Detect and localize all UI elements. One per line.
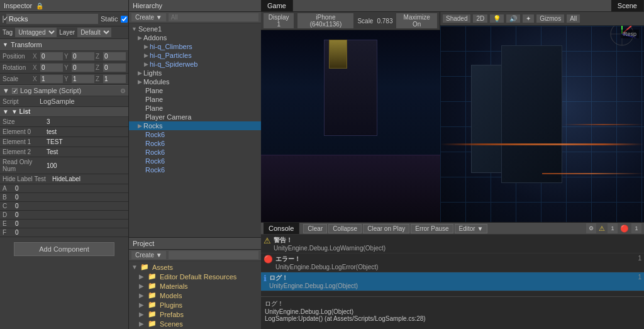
hierarchy-item[interactable]: Plane (129, 95, 261, 104)
scene-gizmos-button[interactable]: Gizmos (536, 14, 564, 23)
scene-effects-button[interactable]: ✦ (523, 14, 534, 23)
project-item[interactable]: ▶ 📁 Editor Default Resources (129, 272, 261, 281)
project-item[interactable]: ▶ 📁 Prefabs (129, 309, 261, 319)
hierarchy-item[interactable]: Plane (129, 104, 261, 113)
hierarchy-item[interactable]: Plane (129, 86, 261, 95)
hierarchy-item-label: Rocks (143, 122, 163, 130)
project-item-label: Assets (152, 264, 173, 271)
rot-z-label: Z (96, 64, 102, 71)
scale-x-input[interactable] (40, 75, 63, 83)
hierarchy-item[interactable]: ▶ Modules (129, 77, 261, 86)
script-gear-icon[interactable]: ⚙ (120, 87, 126, 94)
console-collapse-btn[interactable]: Collapse (328, 224, 362, 233)
hierarchy-item[interactable]: Player Camera (129, 113, 261, 121)
scale-y-input[interactable] (72, 75, 94, 83)
list-header[interactable]: ▼ ▼ List (0, 107, 128, 117)
hierarchy-item[interactable]: ▶ Rocks (129, 121, 261, 130)
hierarchy-create-button[interactable]: Create ▼ (131, 13, 166, 21)
game-device-button[interactable]: iPhone (640x1136) (297, 13, 353, 28)
scene-2d-button[interactable]: 2D (473, 14, 487, 23)
game-display-button[interactable]: Display 1 (264, 13, 294, 28)
hierarchy-item-label: Rock6 (145, 148, 165, 156)
add-component-button[interactable]: Add Component (14, 242, 114, 256)
console-tab[interactable]: Console (264, 223, 299, 234)
console-editor-btn[interactable]: Editor ▼ (455, 224, 488, 233)
console-item[interactable]: ℹ ログ！ UnityEngine.Debug.Log(Object) 1 (261, 272, 644, 291)
scene-shaded-button[interactable]: Shaded (443, 14, 470, 23)
scene-tab[interactable]: Scene (611, 0, 644, 11)
hierarchy-item[interactable]: Rock6 (129, 165, 261, 174)
rot-z-input[interactable] (103, 64, 126, 72)
pos-y-input[interactable] (72, 52, 94, 60)
game-tab[interactable]: Game (261, 0, 293, 11)
tag-select[interactable]: Untagged (15, 28, 57, 37)
row-c: C 0 (0, 202, 128, 211)
game-scene-tabbar: Game Scene (261, 0, 644, 12)
project-item-arrow: ▶ (139, 311, 147, 318)
hierarchy-project-section: Hierarchy Create ▼ ▼ Scene1 ▶ Ad (129, 0, 261, 329)
hierarchy-item-label: Plane (145, 87, 163, 94)
console-title: Console (269, 225, 294, 232)
pos-y-label: Y (64, 53, 70, 60)
hierarchy-search-input[interactable] (169, 13, 258, 21)
script-active-checkbox[interactable] (12, 88, 18, 94)
game-maximize-button[interactable]: Maximize On (396, 13, 437, 28)
project-item[interactable]: ▶ 📁 Models (129, 291, 261, 300)
transform-section[interactable]: ▼ Transform (0, 39, 128, 51)
hierarchy-item-label: Rock6 (145, 166, 165, 174)
position-row: Position X Y Z (0, 51, 128, 62)
console-warn-count-btn[interactable]: 1 (608, 223, 618, 233)
hierarchy-item[interactable]: ▶ hi-q_Spiderweb (129, 60, 261, 69)
script-component-header[interactable]: ▼ Log Sample (Script) ⚙ (0, 85, 128, 96)
row-f: F 0 (0, 228, 128, 237)
hierarchy-item[interactable]: ▶ hi-q_Particles (129, 51, 261, 60)
project-header: Project (129, 238, 261, 250)
project-search-input[interactable] (169, 251, 258, 259)
object-active-checkbox[interactable] (3, 16, 4, 23)
pos-z-input[interactable] (103, 52, 126, 60)
project-item-arrow: ▶ (139, 292, 147, 299)
hierarchy-item[interactable]: Rock6 (129, 157, 261, 165)
rot-x-input[interactable] (40, 64, 63, 72)
hierarchy-item[interactable]: Rock6 (129, 139, 261, 148)
console-error-count-btn[interactable]: 1 (631, 223, 641, 233)
pos-x-input[interactable] (40, 52, 63, 60)
console-item-main: 警告！ (274, 236, 626, 245)
hierarchy-item[interactable]: Rock6 (129, 130, 261, 139)
alpha-b-label: B (3, 194, 15, 201)
rot-y-input[interactable] (72, 64, 94, 72)
hierarchy-item[interactable]: ▶ Addons (129, 33, 261, 42)
scene-lights-button[interactable]: 💡 (490, 14, 504, 23)
project-item[interactable]: ▶ 📁 Plugins (129, 300, 261, 309)
console-item[interactable]: 🔴 エラー！ UnityEngine.Debug.LogError(Object… (261, 254, 644, 272)
object-name-input[interactable]: Rocks (6, 14, 98, 24)
console-settings-btn[interactable]: ⚙ (586, 223, 596, 233)
game-scale-value: 0.783 (377, 18, 392, 25)
hierarchy-item[interactable]: ▶ Lights (129, 69, 261, 77)
project-item[interactable]: ▼ 📁 Assets (129, 262, 261, 272)
hierarchy-item-label: Rock6 (145, 157, 165, 165)
console-clearonplay-btn[interactable]: Clear on Play (363, 224, 409, 233)
lock-icon[interactable]: 🔒 (36, 3, 43, 9)
hierarchy-scene1[interactable]: ▼ Scene1 (129, 25, 261, 33)
scene-all-button[interactable]: All (567, 14, 580, 23)
console-item[interactable]: ⚠ 警告！ UnityEngine.Debug.LogWarning(Objec… (261, 235, 644, 254)
project-create-button[interactable]: Create ▼ (131, 251, 166, 259)
position-inputs: X Y Z (33, 52, 126, 60)
console-errorpause-btn[interactable]: Error Pause (411, 224, 453, 233)
layer-select[interactable]: Default (77, 28, 111, 37)
hierarchy-item[interactable]: ▶ hi-q_Climbers (129, 42, 261, 51)
scale-z-input[interactable] (103, 75, 126, 83)
console-icon-group: ⚙ ⚠ 1 🔴 1 (586, 223, 641, 233)
project-item[interactable]: ▶ 📁 Scenes (129, 319, 261, 328)
static-checkbox[interactable] (121, 16, 128, 23)
hierarchy-item[interactable]: Rock6 (129, 148, 261, 157)
static-label: Static (101, 15, 118, 23)
scene-sound-button[interactable]: 🔊 (506, 14, 520, 23)
script-section-label: Log Sample (Script) (20, 87, 81, 94)
console-clear-btn[interactable]: Clear (303, 224, 327, 233)
console-list: ⚠ 警告！ UnityEngine.Debug.LogWarning(Objec… (261, 235, 644, 296)
game-floor (261, 155, 440, 222)
project-item[interactable]: ▶ 📁 Materials (129, 281, 261, 291)
console-detail-text: ログ！ UnityEngine.Debug.Log(Object) LogSam… (265, 300, 426, 322)
